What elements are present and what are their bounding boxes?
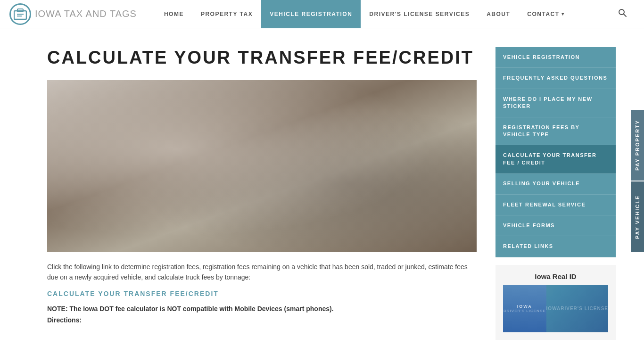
sidebar-item-new-sticker[interactable]: WHERE DO I PLACE MY NEW STICKER	[495, 89, 616, 117]
logo-icon	[9, 3, 31, 25]
sidebar-item-vehicle-registration[interactable]: VEHICLE REGISTRATION	[495, 47, 616, 68]
main-content: CALCULATE YOUR TRANSFER FEE/CREDIT Click…	[47, 47, 477, 340]
nav-contact[interactable]: CONTACT ▾	[519, 0, 573, 28]
sidebar-menu: VEHICLE REGISTRATION FREQUENTLY ASKED QU…	[495, 47, 616, 257]
sidebar-item-calc-transfer[interactable]: CALCULATE YOUR TRANSFER FEE / CREDIT	[495, 145, 616, 173]
note-text: NOTE: The Iowa DOT fee calculator is NOT…	[47, 305, 477, 313]
nav-about[interactable]: ABOUT	[478, 0, 519, 28]
nav-vehicle-registration[interactable]: VEHICLE REGISTRATION	[261, 0, 361, 28]
main-nav: HOME PROPERTY TAX VEHICLE REGISTRATION D…	[156, 0, 635, 28]
sidebar-item-faq[interactable]: FREQUENTLY ASKED QUESTIONS	[495, 68, 616, 89]
nav-drivers-license[interactable]: DRIVER'S LICENSE SERVICES	[361, 0, 478, 28]
svg-line-5	[624, 14, 626, 16]
page-title: CALCULATE YOUR TRANSFER FEE/CREDIT	[47, 47, 477, 69]
site-header: IOWA TAX AND TAGS HOME PROPERTY TAX VEHI…	[0, 0, 644, 28]
sidebar-item-related-links[interactable]: RELATED LINKS	[495, 236, 616, 257]
hero-image	[47, 80, 477, 252]
calc-transfer-link[interactable]: CALCULATE YOUR TRANSFER FEE/CREDIT	[47, 290, 477, 297]
side-tabs: PAY PROPERTY PAY VEHICLE	[631, 110, 644, 252]
sidebar-item-reg-fees-type[interactable]: REGISTRATION FEES BY VEHICLE TYPE	[495, 117, 616, 146]
logo[interactable]: IOWA TAX AND TAGS	[9, 3, 137, 25]
logo-text: IOWA TAX AND TAGS	[35, 8, 137, 19]
sidebar-item-selling-vehicle[interactable]: SELLING YOUR VEHICLE	[495, 173, 616, 194]
sidebar-promo-title: Iowa Real ID	[503, 272, 608, 280]
search-button[interactable]	[610, 8, 635, 20]
description-text: Click the following link to determine re…	[47, 262, 477, 283]
nav-property-tax[interactable]: PROPERTY TAX	[192, 0, 261, 28]
chevron-down-icon: ▾	[561, 11, 565, 16]
nav-home[interactable]: HOME	[156, 0, 192, 28]
sidebar: VEHICLE REGISTRATION FREQUENTLY ASKED QU…	[495, 47, 616, 340]
sidebar-item-fleet-renewal[interactable]: FLEET RENEWAL SERVICE	[495, 195, 616, 215]
page-wrapper: CALCULATE YOUR TRANSFER FEE/CREDIT Click…	[0, 28, 644, 359]
pay-vehicle-tab[interactable]: PAY VEHICLE	[631, 181, 644, 252]
pay-property-tab[interactable]: PAY PROPERTY	[631, 110, 644, 181]
directions-label: Directions:	[47, 316, 477, 324]
sidebar-item-vehicle-forms[interactable]: VEHICLE FORMS	[495, 215, 616, 236]
sidebar-promo: Iowa Real ID IOWA DRIVER'S LICENSE	[495, 265, 616, 340]
sidebar-promo-image: IOWA DRIVER'S LICENSE	[503, 285, 608, 332]
